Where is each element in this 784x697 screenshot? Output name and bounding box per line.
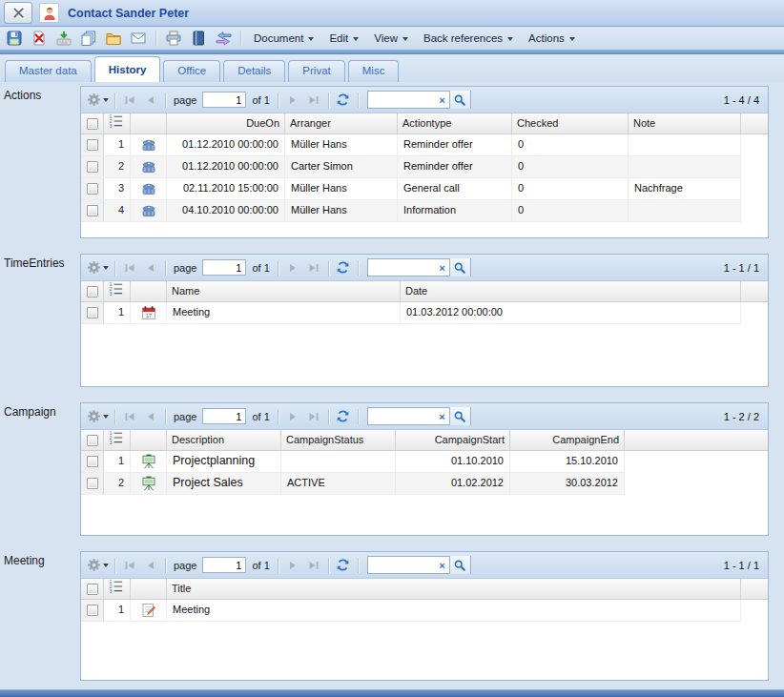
last-page-button[interactable] [305, 91, 322, 110]
refresh-button[interactable] [335, 91, 352, 110]
column-header[interactable]: CampaignStart [396, 430, 510, 450]
row-number-column-header: 1 2 3 [104, 281, 131, 301]
row-checkbox[interactable] [87, 605, 98, 616]
column-header[interactable]: Checked [512, 113, 629, 133]
first-page-button[interactable] [121, 91, 138, 110]
import-button[interactable] [54, 29, 73, 48]
last-page-button[interactable] [305, 556, 322, 575]
page-number-input[interactable] [202, 259, 246, 276]
menu-back-references[interactable]: Back references [419, 31, 518, 46]
first-page-button[interactable] [121, 258, 138, 277]
column-header[interactable]: Date [401, 281, 741, 301]
save-button[interactable] [5, 29, 24, 48]
table-row[interactable]: 2 01.12.2010 00:00:00Carter SimonReminde… [81, 156, 741, 178]
next-page-button[interactable] [284, 258, 301, 277]
settings-button[interactable] [87, 407, 109, 426]
chevron-down-icon [103, 564, 109, 567]
search-button[interactable] [449, 556, 470, 574]
menu-view[interactable]: View [369, 31, 413, 46]
tab-details[interactable]: Details [223, 60, 285, 82]
settings-button[interactable] [87, 91, 109, 110]
table-row[interactable]: 3 02.11.2010 15:00:00Müller HansGeneral … [81, 178, 741, 200]
tab-office[interactable]: Office [163, 60, 220, 82]
table-row[interactable]: 1 Meeting [81, 600, 741, 622]
row-checkbox[interactable] [87, 161, 98, 173]
column-header[interactable]: Title [167, 579, 741, 599]
table-row[interactable]: 1 Projectplanning01.10.201015.10.2010 [81, 451, 625, 473]
column-header[interactable]: Name [167, 281, 401, 301]
prev-page-button[interactable] [142, 407, 159, 426]
clear-search-icon[interactable]: × [435, 560, 449, 571]
page-number-input[interactable] [202, 557, 246, 573]
grid-search-input[interactable] [368, 92, 435, 107]
search-button[interactable] [449, 407, 470, 425]
menu-document[interactable]: Document [249, 31, 319, 46]
copy-button[interactable] [79, 29, 98, 48]
delete-document-button[interactable] [30, 29, 49, 48]
first-page-button[interactable] [121, 407, 138, 426]
tab-master-data[interactable]: Master data [5, 60, 92, 82]
clear-search-icon[interactable]: × [435, 262, 449, 274]
prev-page-button[interactable] [142, 258, 159, 277]
refresh-button[interactable] [335, 258, 352, 277]
row-checkbox[interactable] [87, 456, 98, 467]
column-header[interactable]: DueOn [167, 113, 285, 133]
menu-edit[interactable]: Edit [324, 31, 363, 46]
next-page-button[interactable] [284, 91, 301, 110]
prev-page-button[interactable] [142, 91, 159, 110]
print-button[interactable] [164, 29, 183, 48]
grid-search-input[interactable] [368, 260, 435, 275]
table-row[interactable]: 4 04.10.2010 00:00:00Müller HansInformat… [81, 200, 741, 222]
row-checkbox[interactable] [87, 139, 98, 151]
page-number-input[interactable] [202, 92, 246, 108]
notebook-button[interactable] [189, 29, 208, 48]
transfer-button[interactable] [214, 29, 233, 48]
row-checkbox[interactable] [87, 478, 98, 489]
row-checkbox[interactable] [87, 205, 98, 216]
select-all-checkbox[interactable] [87, 286, 98, 297]
search-button[interactable] [449, 258, 470, 277]
last-page-button[interactable] [305, 258, 322, 277]
grid-search-input[interactable] [368, 409, 435, 423]
section-label: Meeting [0, 551, 80, 681]
select-all-checkbox[interactable] [87, 435, 98, 446]
tab-misc[interactable]: Misc [348, 60, 400, 82]
first-page-button[interactable] [121, 556, 138, 575]
search-button[interactable] [449, 91, 470, 109]
folder-button[interactable] [104, 29, 123, 48]
prev-page-button[interactable] [142, 556, 159, 575]
column-header[interactable]: CampaignStatus [281, 430, 396, 450]
next-page-button[interactable] [284, 407, 301, 426]
column-header[interactable]: CampaignEnd [510, 430, 625, 450]
next-page-icon [287, 262, 299, 274]
settings-button[interactable] [87, 258, 109, 277]
close-button[interactable] [4, 2, 32, 24]
tab-history[interactable]: History [94, 56, 161, 82]
select-all-checkbox[interactable] [87, 118, 98, 130]
clear-search-icon[interactable]: × [435, 94, 449, 106]
refresh-button[interactable] [335, 556, 352, 575]
tab-privat[interactable]: Privat [288, 60, 344, 82]
tab-content-history: Actions [0, 82, 784, 688]
refresh-button[interactable] [335, 407, 352, 426]
next-page-button[interactable] [284, 556, 301, 575]
column-header[interactable]: Actiontype [398, 113, 512, 133]
last-page-button[interactable] [305, 407, 322, 426]
clear-search-icon[interactable]: × [435, 411, 449, 422]
row-checkbox[interactable] [87, 183, 98, 195]
row-checkbox[interactable] [87, 307, 98, 318]
person-icon [42, 6, 57, 21]
page-number-input[interactable] [202, 408, 246, 424]
save-icon [7, 31, 22, 46]
mail-button[interactable] [129, 29, 148, 48]
column-header[interactable]: Note [629, 113, 741, 133]
settings-button[interactable] [87, 556, 109, 575]
table-row[interactable]: 1 01.12.2010 00:00:00Müller HansReminder… [81, 134, 741, 156]
menu-actions[interactable]: Actions [524, 31, 580, 46]
column-header[interactable]: Description [167, 430, 281, 450]
table-row[interactable]: 2 Project SalesACTIVE01.02.201230.03.201… [81, 473, 625, 495]
grid-search-input[interactable] [368, 558, 435, 572]
column-header[interactable]: Arranger [285, 113, 398, 133]
select-all-checkbox[interactable] [87, 584, 98, 595]
table-row[interactable]: 1 17 Meeting01.03.2012 00:00:00 [81, 302, 741, 324]
